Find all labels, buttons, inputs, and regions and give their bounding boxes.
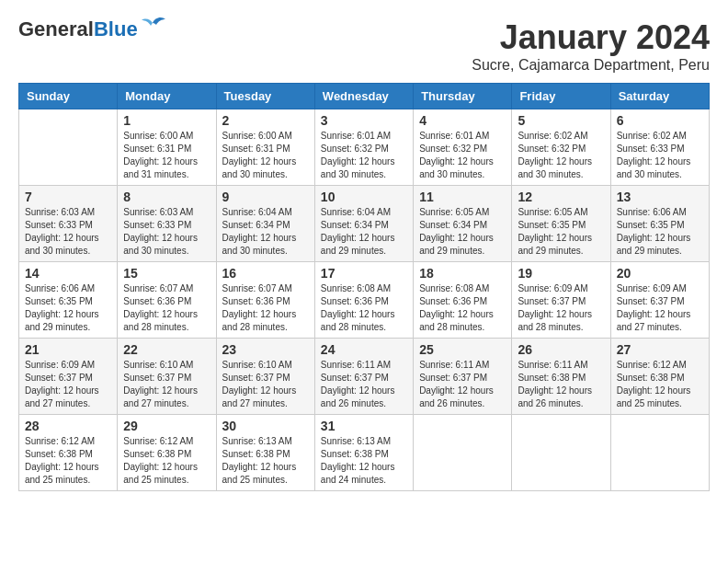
day-info: Sunrise: 6:02 AMSunset: 6:32 PMDaylight:…	[518, 130, 604, 181]
day-info: Sunrise: 6:00 AMSunset: 6:31 PMDaylight:…	[222, 130, 309, 181]
day-number: 6	[617, 113, 703, 128]
calendar-cell: 4Sunrise: 6:01 AMSunset: 6:32 PMDaylight…	[414, 109, 512, 186]
day-info: Sunrise: 6:01 AMSunset: 6:32 PMDaylight:…	[321, 130, 407, 181]
day-of-week-header: Tuesday	[216, 84, 314, 109]
calendar-cell: 19Sunrise: 6:09 AMSunset: 6:37 PMDayligh…	[512, 262, 610, 339]
month-title: January 2024	[472, 18, 710, 57]
day-info: Sunrise: 6:06 AMSunset: 6:35 PMDaylight:…	[617, 206, 703, 258]
calendar-week-row: 7Sunrise: 6:03 AMSunset: 6:33 PMDaylight…	[19, 186, 710, 262]
calendar-week-row: 21Sunrise: 6:09 AMSunset: 6:37 PMDayligh…	[19, 339, 710, 415]
calendar-cell: 6Sunrise: 6:02 AMSunset: 6:33 PMDaylight…	[610, 109, 709, 186]
day-info: Sunrise: 6:11 AMSunset: 6:38 PMDaylight:…	[518, 359, 604, 410]
day-info: Sunrise: 6:06 AMSunset: 6:35 PMDaylight:…	[25, 282, 111, 334]
day-info: Sunrise: 6:03 AMSunset: 6:33 PMDaylight:…	[123, 206, 210, 258]
calendar-week-row: 14Sunrise: 6:06 AMSunset: 6:35 PMDayligh…	[19, 262, 710, 339]
calendar-cell	[610, 415, 709, 491]
calendar-cell: 22Sunrise: 6:10 AMSunset: 6:37 PMDayligh…	[118, 339, 216, 415]
calendar-week-row: 1Sunrise: 6:00 AMSunset: 6:31 PMDaylight…	[19, 109, 710, 186]
day-info: Sunrise: 6:05 AMSunset: 6:34 PMDaylight:…	[419, 206, 506, 258]
day-number: 1	[123, 113, 210, 128]
logo-bird-icon	[140, 16, 165, 36]
day-number: 4	[419, 113, 506, 128]
day-info: Sunrise: 6:09 AMSunset: 6:37 PMDaylight:…	[617, 282, 703, 334]
day-number: 13	[617, 190, 703, 204]
day-info: Sunrise: 6:10 AMSunset: 6:37 PMDaylight:…	[222, 359, 309, 410]
day-info: Sunrise: 6:12 AMSunset: 6:38 PMDaylight:…	[617, 359, 703, 410]
day-info: Sunrise: 6:03 AMSunset: 6:33 PMDaylight:…	[25, 206, 111, 258]
calendar-cell: 7Sunrise: 6:03 AMSunset: 6:33 PMDaylight…	[19, 186, 118, 262]
day-number: 22	[123, 342, 210, 357]
day-number: 16	[222, 266, 309, 281]
calendar-cell: 10Sunrise: 6:04 AMSunset: 6:34 PMDayligh…	[314, 186, 413, 262]
calendar-cell: 25Sunrise: 6:11 AMSunset: 6:37 PMDayligh…	[414, 339, 512, 415]
day-number: 28	[25, 419, 111, 433]
calendar-cell: 1Sunrise: 6:00 AMSunset: 6:31 PMDaylight…	[118, 109, 216, 186]
day-number: 30	[222, 419, 309, 433]
day-info: Sunrise: 6:09 AMSunset: 6:37 PMDaylight:…	[25, 359, 111, 410]
calendar-cell	[19, 109, 118, 186]
logo-text: GeneralBlue	[18, 18, 138, 40]
day-of-week-header: Friday	[512, 84, 610, 109]
logo: GeneralBlue	[18, 18, 165, 40]
calendar-cell: 23Sunrise: 6:10 AMSunset: 6:37 PMDayligh…	[216, 339, 314, 415]
day-info: Sunrise: 6:13 AMSunset: 6:38 PMDaylight:…	[222, 435, 309, 487]
day-number: 3	[321, 113, 407, 128]
calendar-cell: 9Sunrise: 6:04 AMSunset: 6:34 PMDaylight…	[216, 186, 314, 262]
calendar-cell: 13Sunrise: 6:06 AMSunset: 6:35 PMDayligh…	[610, 186, 709, 262]
calendar-cell: 24Sunrise: 6:11 AMSunset: 6:37 PMDayligh…	[314, 339, 413, 415]
day-number: 21	[25, 342, 111, 357]
page-header: GeneralBlue January 2024 Sucre, Cajamarc…	[18, 18, 710, 74]
day-number: 24	[321, 342, 407, 357]
day-number: 20	[617, 266, 703, 281]
day-of-week-header: Wednesday	[314, 84, 413, 109]
day-info: Sunrise: 6:08 AMSunset: 6:36 PMDaylight:…	[419, 282, 506, 334]
day-number: 14	[25, 266, 111, 281]
calendar-cell: 3Sunrise: 6:01 AMSunset: 6:32 PMDaylight…	[314, 109, 413, 186]
day-number: 15	[123, 266, 210, 281]
calendar-cell: 15Sunrise: 6:07 AMSunset: 6:36 PMDayligh…	[118, 262, 216, 339]
calendar-cell: 11Sunrise: 6:05 AMSunset: 6:34 PMDayligh…	[414, 186, 512, 262]
calendar-cell: 8Sunrise: 6:03 AMSunset: 6:33 PMDaylight…	[118, 186, 216, 262]
day-of-week-header: Monday	[118, 84, 216, 109]
day-number: 5	[518, 113, 604, 128]
calendar-cell	[414, 415, 512, 491]
day-info: Sunrise: 6:11 AMSunset: 6:37 PMDaylight:…	[321, 359, 407, 410]
day-number: 26	[518, 342, 604, 357]
day-of-week-header: Sunday	[19, 84, 118, 109]
day-info: Sunrise: 6:01 AMSunset: 6:32 PMDaylight:…	[419, 130, 506, 181]
calendar-table: SundayMondayTuesdayWednesdayThursdayFrid…	[18, 83, 710, 491]
day-number: 29	[123, 419, 210, 433]
calendar-cell: 16Sunrise: 6:07 AMSunset: 6:36 PMDayligh…	[216, 262, 314, 339]
day-info: Sunrise: 6:04 AMSunset: 6:34 PMDaylight:…	[321, 206, 407, 258]
day-number: 17	[321, 266, 407, 281]
day-number: 31	[321, 419, 407, 433]
day-info: Sunrise: 6:12 AMSunset: 6:38 PMDaylight:…	[123, 435, 210, 487]
day-number: 12	[518, 190, 604, 204]
calendar-cell: 27Sunrise: 6:12 AMSunset: 6:38 PMDayligh…	[610, 339, 709, 415]
day-info: Sunrise: 6:11 AMSunset: 6:37 PMDaylight:…	[419, 359, 506, 410]
day-info: Sunrise: 6:07 AMSunset: 6:36 PMDaylight:…	[222, 282, 309, 334]
day-number: 10	[321, 190, 407, 204]
calendar-cell: 18Sunrise: 6:08 AMSunset: 6:36 PMDayligh…	[414, 262, 512, 339]
day-info: Sunrise: 6:00 AMSunset: 6:31 PMDaylight:…	[123, 130, 210, 181]
day-number: 11	[419, 190, 506, 204]
day-info: Sunrise: 6:05 AMSunset: 6:35 PMDaylight:…	[518, 206, 604, 258]
calendar-cell: 20Sunrise: 6:09 AMSunset: 6:37 PMDayligh…	[610, 262, 709, 339]
day-info: Sunrise: 6:09 AMSunset: 6:37 PMDaylight:…	[518, 282, 604, 334]
day-number: 25	[419, 342, 506, 357]
title-section: January 2024 Sucre, Cajamarca Department…	[472, 18, 710, 74]
day-info: Sunrise: 6:07 AMSunset: 6:36 PMDaylight:…	[123, 282, 210, 334]
day-number: 8	[123, 190, 210, 204]
calendar-cell: 28Sunrise: 6:12 AMSunset: 6:38 PMDayligh…	[19, 415, 118, 491]
day-info: Sunrise: 6:12 AMSunset: 6:38 PMDaylight:…	[25, 435, 111, 487]
day-number: 19	[518, 266, 604, 281]
calendar-week-row: 28Sunrise: 6:12 AMSunset: 6:38 PMDayligh…	[19, 415, 710, 491]
day-info: Sunrise: 6:13 AMSunset: 6:38 PMDaylight:…	[321, 435, 407, 487]
calendar-cell: 17Sunrise: 6:08 AMSunset: 6:36 PMDayligh…	[314, 262, 413, 339]
day-of-week-header: Saturday	[610, 84, 709, 109]
calendar-cell: 29Sunrise: 6:12 AMSunset: 6:38 PMDayligh…	[118, 415, 216, 491]
day-of-week-header: Thursday	[414, 84, 512, 109]
calendar-cell: 5Sunrise: 6:02 AMSunset: 6:32 PMDaylight…	[512, 109, 610, 186]
calendar-cell: 2Sunrise: 6:00 AMSunset: 6:31 PMDaylight…	[216, 109, 314, 186]
day-number: 2	[222, 113, 309, 128]
